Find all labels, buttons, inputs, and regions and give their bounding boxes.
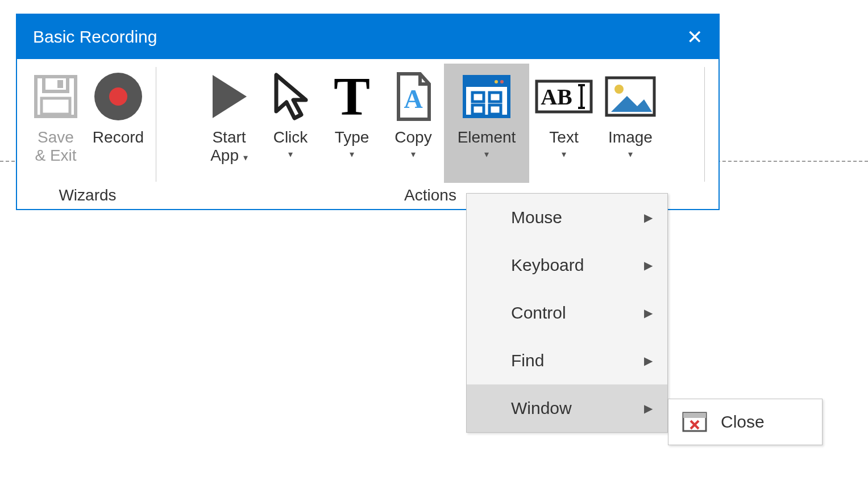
chevron-down-icon: ▾ bbox=[562, 149, 566, 160]
floppy-icon bbox=[32, 67, 79, 126]
menu-item-window[interactable]: Window ▶ bbox=[467, 384, 667, 432]
type-button[interactable]: T Type ▾ bbox=[321, 64, 383, 183]
recording-window: Basic Recording ✕ Save & Exit bbox=[16, 14, 720, 210]
svg-rect-26 bbox=[683, 413, 706, 418]
group-wizards-buttons: Save & Exit Record bbox=[25, 64, 150, 183]
group-separator-2 bbox=[704, 67, 705, 182]
menu-item-label: Control bbox=[511, 303, 566, 323]
cursor-icon bbox=[268, 67, 313, 126]
svg-rect-2 bbox=[57, 80, 63, 88]
chevron-down-icon: ▾ bbox=[243, 153, 248, 162]
menu-item-keyboard[interactable]: Keyboard ▶ bbox=[467, 241, 667, 289]
menu-item-control[interactable]: Control ▶ bbox=[467, 289, 667, 337]
group-actions-label: Actions bbox=[404, 186, 456, 204]
titlebar: Basic Recording ✕ bbox=[17, 15, 719, 59]
chevron-down-icon: ▾ bbox=[628, 149, 633, 160]
group-actions: Start App ▾ Click ▾ T Ty bbox=[162, 64, 699, 209]
svg-rect-3 bbox=[41, 98, 70, 114]
copy-label: Copy bbox=[394, 128, 431, 147]
submenu-item-label: Close bbox=[721, 412, 807, 432]
chevron-right-icon: ▶ bbox=[644, 306, 653, 320]
svg-point-23 bbox=[614, 85, 624, 94]
window-submenu: Close bbox=[668, 399, 823, 445]
svg-text:A: A bbox=[404, 85, 422, 114]
svg-rect-1 bbox=[44, 77, 68, 91]
svg-marker-6 bbox=[213, 75, 247, 118]
group-actions-buttons: Start App ▾ Click ▾ T Ty bbox=[198, 64, 662, 183]
group-separator-1 bbox=[156, 67, 156, 182]
type-t-icon: T bbox=[334, 67, 370, 126]
text-label: Text bbox=[549, 128, 578, 147]
chevron-right-icon: ▶ bbox=[644, 211, 653, 224]
chevron-right-icon: ▶ bbox=[644, 354, 653, 367]
play-icon bbox=[207, 67, 251, 126]
element-dropdown-menu: Mouse ▶ Keyboard ▶ Control ▶ Find ▶ Wind… bbox=[466, 193, 668, 433]
menu-item-label: Find bbox=[511, 351, 544, 370]
text-ab-icon: AB bbox=[535, 67, 593, 126]
menu-item-label: Mouse bbox=[511, 208, 562, 227]
save-exit-label: Save & Exit bbox=[35, 128, 76, 165]
chevron-right-icon: ▶ bbox=[644, 258, 653, 272]
copy-button[interactable]: A Copy ▾ bbox=[383, 64, 444, 183]
submenu-item-close[interactable]: Close bbox=[668, 399, 822, 445]
svg-point-12 bbox=[500, 80, 504, 83]
chevron-down-icon: ▾ bbox=[350, 149, 354, 160]
chevron-down-icon: ▾ bbox=[484, 149, 489, 160]
close-window-icon bbox=[682, 412, 707, 432]
svg-text:AB: AB bbox=[541, 84, 572, 110]
menu-item-mouse[interactable]: Mouse ▶ bbox=[467, 194, 667, 241]
copy-file-icon: A bbox=[393, 67, 434, 126]
window-title: Basic Recording bbox=[33, 27, 157, 47]
image-icon bbox=[604, 67, 657, 126]
start-app-label: Start App ▾ bbox=[210, 128, 248, 165]
element-window-icon bbox=[462, 67, 511, 126]
group-wizards-label: Wizards bbox=[59, 186, 116, 204]
svg-point-5 bbox=[109, 87, 127, 106]
chevron-down-icon: ▾ bbox=[411, 149, 416, 160]
save-exit-button[interactable]: Save & Exit bbox=[25, 64, 86, 183]
chevron-right-icon: ▶ bbox=[644, 401, 653, 415]
start-app-button[interactable]: Start App ▾ bbox=[198, 64, 260, 183]
image-button[interactable]: Image ▾ bbox=[599, 64, 662, 183]
menu-item-label: Window bbox=[511, 399, 572, 418]
svg-point-11 bbox=[495, 80, 498, 83]
record-label: Record bbox=[93, 128, 144, 147]
menu-item-label: Keyboard bbox=[511, 256, 584, 275]
image-label: Image bbox=[608, 128, 653, 147]
group-wizards: Save & Exit Record Wizards bbox=[25, 64, 150, 209]
text-button[interactable]: AB Text ▾ bbox=[529, 64, 599, 183]
record-icon bbox=[92, 67, 144, 126]
close-icon[interactable]: ✕ bbox=[687, 27, 703, 47]
element-label: Element bbox=[458, 128, 516, 147]
record-button[interactable]: Record bbox=[86, 64, 150, 183]
svg-marker-7 bbox=[276, 75, 306, 118]
click-button[interactable]: Click ▾ bbox=[260, 64, 321, 183]
ribbon: Save & Exit Record Wizards bbox=[17, 59, 719, 209]
chevron-down-icon: ▾ bbox=[288, 149, 293, 160]
type-label: Type bbox=[335, 128, 369, 147]
menu-item-find[interactable]: Find ▶ bbox=[467, 337, 667, 384]
click-label: Click bbox=[273, 128, 308, 147]
element-button[interactable]: Element ▾ bbox=[444, 64, 529, 183]
